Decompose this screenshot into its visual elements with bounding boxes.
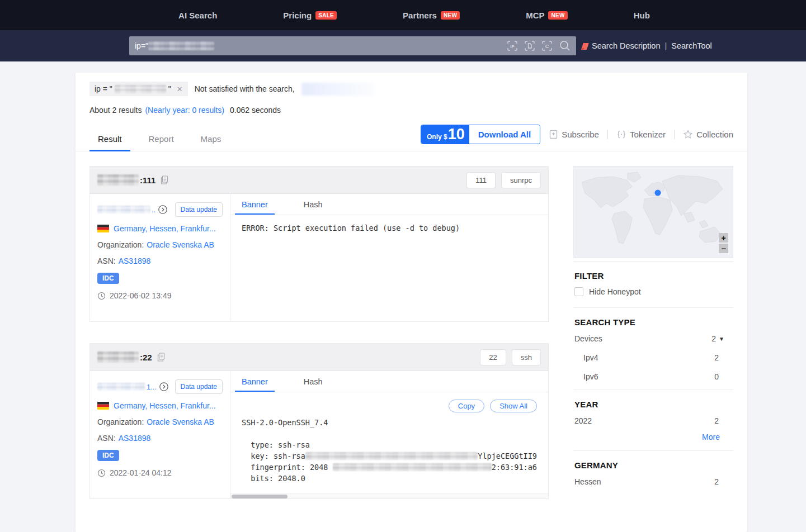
facet-label: Ipv4 [583,353,598,362]
asn-label: ASN: [97,434,116,443]
hostname-row: 1... Data update [97,379,223,394]
price-value: 10 [448,127,465,142]
banner-tabs: Banner Hash [230,194,548,215]
tab-banner[interactable]: Banner [235,371,275,392]
redacted-feedback-link[interactable] [301,83,374,96]
card-header: :111 111 sunrpc [90,167,548,194]
chip-close-icon[interactable]: ✕ [177,85,183,93]
timestamp-row: 2022-06-02 13:49 [97,291,223,300]
query-filter-chip: ip = " " ✕ [89,82,188,96]
organization-row: Organization: Oracle Svenska AB [97,240,223,249]
banner-line: SSH-2.0-OpenSSH_7.4 [242,417,537,428]
banner-tabs: Banner Hash [230,371,548,392]
copy-icon[interactable] [157,353,165,362]
service-badge[interactable]: sunrpc [501,172,541,188]
facet-count: 2 [714,477,732,486]
data-update-button[interactable]: Data update [175,379,223,394]
tab-hash[interactable]: Hash [297,371,329,392]
chevron-down-icon[interactable]: ▼ [719,336,724,342]
tab-report[interactable]: Report [140,134,182,151]
port-badge[interactable]: 22 [480,349,506,365]
asn-link[interactable]: AS31898 [119,256,151,265]
search-type-section: SEARCH TYPE Devices 2 ▼ Ipv4 2 Ipv6 0 [573,308,733,390]
facet-label: Devices [574,334,602,343]
copy-button[interactable]: Copy [449,400,484,412]
redacted-ip [97,352,139,363]
location-link[interactable]: Germany, Hessen, Frankfur... [114,401,216,410]
banner-panel: Banner Hash ERROR: Script execution fail… [230,194,548,321]
copy-icon[interactable] [161,175,168,184]
hide-honeypot-row: Hide Honeypot [574,283,732,304]
zoom-in-button[interactable]: + [719,233,728,243]
world-map[interactable]: + − [573,166,733,258]
tokenizer-label: Tokenizer [630,130,666,139]
facet-hessen[interactable]: Hessen 2 [574,472,732,491]
search-description-link[interactable]: Search Description [592,41,661,50]
search-input[interactable]: ip=" IP C [129,36,576,55]
main-panel: ip = " " ✕ Not satisfied with the search… [76,73,747,532]
nav-item-partners[interactable]: PartnersNEW [403,11,460,20]
service-badge[interactable]: ssh [512,349,541,365]
asn-link[interactable]: AS31898 [119,434,151,443]
facet-count: 2 [714,353,732,362]
redacted-chip-ip [115,85,166,93]
tab-banner[interactable]: Banner [235,194,275,215]
idc-tag[interactable]: IDC [97,273,119,284]
location-row: Germany, Hessen, Frankfur... [97,401,223,410]
facet-ipv4[interactable]: Ipv4 2 [574,348,732,367]
honeypot-checkbox[interactable] [574,287,583,296]
search-time: 0.062 seconds [230,106,281,115]
banner-actions: Copy Show All [242,400,537,412]
nav-item-mcp[interactable]: MCPNEW [526,11,568,20]
card-title: :22 [97,352,165,363]
redacted-ssh-key [305,452,478,460]
expand-arrow-icon[interactable] [159,382,169,392]
redacted-hostname [97,206,150,213]
download-all-label: Download All [469,125,540,144]
facet-devices[interactable]: Devices 2 ▼ [574,329,732,348]
code-crop-icon[interactable]: C [541,40,553,52]
nearly-year-link[interactable]: (Nearly year: 0 results) [145,106,224,115]
hostname-fragment: .. [152,206,155,214]
collection-button[interactable]: Collection [683,130,733,139]
nav-item-ai-search[interactable]: AI Search [178,11,217,20]
only-label: Only $ [427,133,447,141]
nav-item-hub[interactable]: Hub [634,11,650,20]
organization-label: Organization: [97,240,144,249]
nav-item-pricing[interactable]: PricingSALE [283,11,337,20]
expand-arrow-icon[interactable] [158,205,168,215]
filter-heading: FILTER [574,271,732,281]
show-all-button[interactable]: Show All [490,400,537,412]
clock-icon [97,469,106,477]
ip-crop-icon[interactable]: IP [506,40,519,52]
facet-year-2022[interactable]: 2022 2 [574,411,732,430]
organization-link[interactable]: Oracle Svenska AB [147,240,214,249]
tab-hash[interactable]: Hash [297,194,329,215]
download-all-button[interactable]: Only $ 10 Download All [421,125,540,144]
tab-maps[interactable]: Maps [192,134,230,151]
sidebar-sections: FILTER Hide Honeypot SEARCH TYPE Devices… [573,261,733,495]
scrollbar-thumb[interactable] [232,495,287,498]
subscribe-label: Subscribe [562,130,599,139]
zoom-out-button[interactable]: − [719,244,728,253]
port-badge[interactable]: 111 [466,172,496,188]
tab-result[interactable]: Result [89,134,130,151]
organization-link[interactable]: Oracle Svenska AB [147,417,214,426]
nav-label: MCP [526,11,544,20]
search-tool-link[interactable]: SearchTool [671,41,712,50]
new-ribbon-icon [581,41,590,51]
search-input-icons: IP C [506,39,572,53]
organization-row: Organization: Oracle Svenska AB [97,417,223,426]
subscribe-button[interactable]: Subscribe [549,130,599,139]
facet-count: 2 [711,334,716,343]
data-update-button[interactable]: Data update [175,202,223,217]
facet-ipv6[interactable]: Ipv6 0 [574,367,732,386]
tokenizer-button[interactable]: Tokenizer [616,130,666,139]
more-link[interactable]: More [702,433,720,441]
search-bar: ip=" IP C Search Description | SearchToo… [0,30,806,61]
search-icon[interactable] [558,39,572,53]
location-link[interactable]: Germany, Hessen, Frankfur... [114,224,216,233]
idc-tag[interactable]: IDC [97,450,119,461]
file-crop-icon[interactable] [524,40,536,52]
search-tools: Search Description | SearchTool [581,30,712,61]
